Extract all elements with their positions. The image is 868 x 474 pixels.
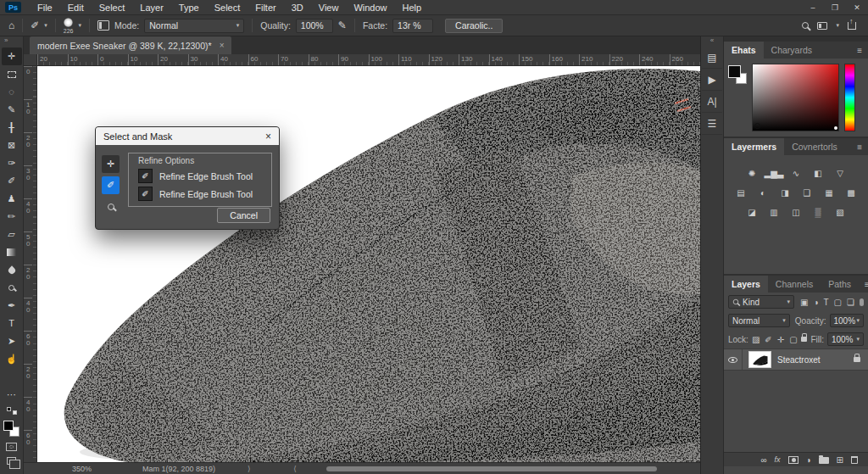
new-group-icon[interactable]: [819, 457, 829, 464]
move-tool[interactable]: ✛: [2, 47, 22, 65]
new-layer-icon[interactable]: ⊞: [837, 455, 843, 465]
close-tab-icon[interactable]: ×: [220, 41, 225, 50]
layer-name[interactable]: Steactroxet: [777, 355, 821, 365]
dialog-zoom-tool[interactable]: [102, 198, 120, 215]
eyedropper-tool[interactable]: ✑: [2, 154, 22, 172]
tab-layers[interactable]: Layers: [724, 276, 768, 293]
swap-colors-icon[interactable]: [7, 407, 17, 415]
properties-panel-icon[interactable]: ☰: [702, 113, 722, 135]
foreground-color-swatch[interactable]: [728, 65, 741, 78]
dialog-move-tool[interactable]: ✛: [102, 155, 120, 173]
libraries-panel-icon[interactable]: ▤: [702, 47, 722, 69]
brush-tool[interactable]: ✐: [2, 172, 22, 190]
path-selection-tool[interactable]: ➤: [2, 332, 22, 350]
pen-tool[interactable]: ✒: [2, 297, 22, 315]
lock-transparency-icon[interactable]: ▨: [752, 335, 760, 344]
horizontal-scrollbar[interactable]: [326, 466, 657, 471]
lock-pixels-icon[interactable]: ✐: [765, 335, 771, 344]
link-layers-icon[interactable]: ∞: [760, 455, 766, 465]
type-tool[interactable]: T: [2, 315, 22, 332]
menu-type[interactable]: Type: [171, 0, 207, 14]
menu-view[interactable]: View: [311, 0, 347, 14]
tab-layermers[interactable]: Layermers: [724, 138, 784, 155]
layer-thumbnail[interactable]: [748, 351, 771, 368]
vibrance-icon[interactable]: ▽: [833, 167, 848, 180]
vertical-ruler[interactable]: 01020304050204060204060: [24, 66, 37, 462]
layer-visibility-cell[interactable]: [724, 349, 743, 370]
crop-tool[interactable]: ╂: [2, 119, 22, 137]
restore-button[interactable]: ❐: [824, 0, 846, 14]
filter-adjustment-layers-icon[interactable]: ◑: [813, 298, 818, 307]
lock-artboard-icon[interactable]: ▢: [789, 335, 797, 344]
quick-mask-icon[interactable]: [6, 443, 17, 451]
color-lookup-icon[interactable]: ▩: [844, 187, 859, 199]
horizontal-ruler[interactable]: 2010010203040607080901001101201301401501…: [37, 54, 700, 66]
lasso-tool[interactable]: ◌: [2, 83, 22, 101]
selective-color-icon[interactable]: ▧: [833, 206, 848, 219]
saturation-value-picker[interactable]: [752, 64, 839, 131]
filter-toggle-switch[interactable]: [860, 298, 864, 306]
hand-tool[interactable]: ☝: [2, 350, 22, 368]
filter-kind-dropdown[interactable]: Kind ▾: [728, 295, 794, 309]
zoom-tool[interactable]: [2, 368, 22, 386]
hue-slider[interactable]: [844, 64, 855, 131]
arrow-right-icon[interactable]: ⟩: [248, 465, 271, 473]
threshold-icon[interactable]: ◫: [789, 206, 804, 219]
layer-effects-icon[interactable]: fx: [775, 455, 781, 464]
panel-menu-icon[interactable]: ≡: [851, 138, 868, 155]
arrow-left-icon[interactable]: ⟨: [293, 465, 317, 473]
dialog-refine-brush-tool[interactable]: ✐: [102, 176, 120, 194]
invert-icon[interactable]: ◪: [745, 206, 760, 219]
app-logo[interactable]: Ps: [5, 2, 21, 13]
add-layer-mask-icon[interactable]: [788, 456, 798, 464]
dodge-tool[interactable]: [2, 279, 22, 297]
menu-select[interactable]: Select: [92, 0, 133, 14]
home-icon[interactable]: ⌂: [8, 20, 14, 31]
menu-file[interactable]: File: [30, 0, 60, 14]
menu-layer[interactable]: Layer: [132, 0, 171, 14]
quality-input[interactable]: 100%: [296, 19, 333, 33]
exposure-icon[interactable]: ◧: [811, 167, 826, 180]
factor-input[interactable]: 13r %: [392, 19, 433, 33]
lock-all-icon[interactable]: [801, 337, 808, 342]
menu-3d[interactable]: 3D: [284, 0, 311, 14]
menu-help[interactable]: Help: [395, 0, 430, 14]
tab-covnertorls[interactable]: Covnertorls: [784, 138, 845, 155]
cancel-button[interactable]: Cancel: [217, 208, 270, 223]
new-adjustment-layer-icon[interactable]: ◑: [806, 455, 811, 465]
chevron-down-icon[interactable]: ▾: [836, 22, 839, 29]
dialog-title-bar[interactable]: Select and Mask ×: [96, 127, 279, 145]
curves-icon[interactable]: ∿: [789, 167, 804, 180]
toolbar-collapse-icon[interactable]: »: [0, 36, 8, 47]
blur-tool[interactable]: [2, 261, 22, 279]
foreground-background-swatches[interactable]: [3, 421, 19, 437]
menu-edit[interactable]: Edit: [60, 0, 92, 14]
search-icon[interactable]: [802, 22, 809, 29]
brightness-contrast-icon[interactable]: ✺: [745, 167, 760, 180]
caraolic-button[interactable]: Caraolic..: [445, 19, 503, 33]
object-selection-tool[interactable]: ✎: [2, 101, 22, 119]
dock-collapse-icon[interactable]: «: [710, 36, 714, 47]
layer-row[interactable]: Steactroxet: [724, 349, 868, 371]
share-icon[interactable]: [848, 22, 856, 30]
filter-shape-layers-icon[interactable]: ▢: [834, 298, 842, 307]
current-tool-icon[interactable]: ✐: [31, 20, 39, 31]
menu-filter[interactable]: Filter: [248, 0, 283, 14]
panel-menu-icon[interactable]: ≡: [851, 42, 868, 59]
tab-channels[interactable]: Channels: [768, 276, 821, 293]
filter-pixel-layers-icon[interactable]: ▣: [800, 298, 808, 307]
brush-preset-picker[interactable]: 226: [64, 18, 74, 34]
tab-ehats[interactable]: Ehats: [724, 42, 764, 59]
actions-panel-icon[interactable]: ▶: [702, 69, 722, 91]
posterize-icon[interactable]: ▥: [767, 206, 782, 219]
panel-menu-icon[interactable]: ≡: [859, 276, 868, 293]
levels-icon[interactable]: ▂▆▃: [767, 167, 782, 180]
foreground-color-swatch[interactable]: [3, 421, 14, 431]
airbrush-icon[interactable]: ✎: [338, 20, 347, 31]
menu-select-2[interactable]: Select: [207, 0, 248, 14]
frame-tool[interactable]: ⊠: [2, 137, 22, 154]
color-swatches[interactable]: [728, 65, 747, 84]
history-brush-tool[interactable]: ✏: [2, 208, 22, 226]
document-tab[interactable]: modern Exee Sneaker @ 389 K, 22,12300)* …: [30, 36, 231, 54]
screen-mode-icon[interactable]: [7, 457, 16, 465]
